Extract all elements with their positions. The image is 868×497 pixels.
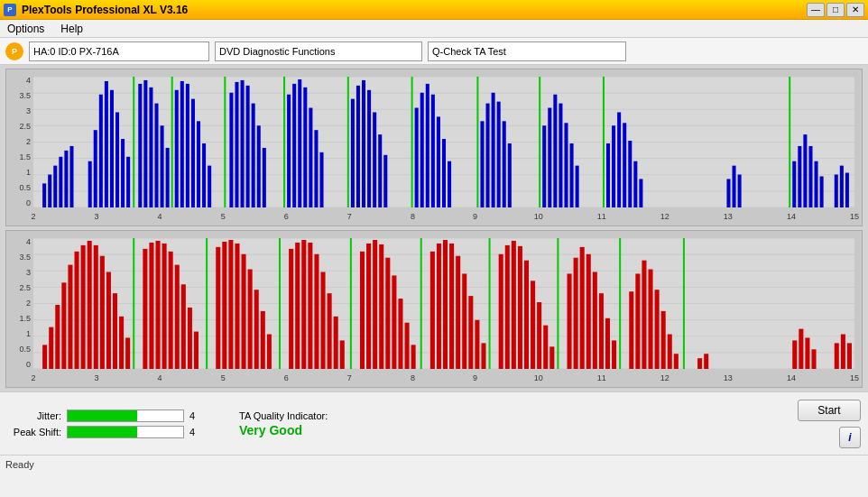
info-button[interactable]: i <box>839 427 861 448</box>
svg-rect-9 <box>42 183 46 207</box>
svg-rect-81 <box>564 123 568 207</box>
svg-rect-101 <box>820 176 824 207</box>
svg-rect-172 <box>443 240 448 369</box>
svg-rect-206 <box>674 354 679 369</box>
svg-rect-13 <box>64 151 68 207</box>
svg-rect-128 <box>125 337 130 369</box>
svg-rect-100 <box>815 161 818 207</box>
bottom-chart: 4 3.5 3 2.5 2 1.5 1 0.5 0 <box>5 230 863 388</box>
svg-rect-181 <box>505 245 510 369</box>
jitter-empty <box>137 410 183 421</box>
svg-rect-77 <box>542 125 546 207</box>
svg-rect-195 <box>599 293 604 369</box>
svg-rect-51 <box>314 130 318 207</box>
top-chart-x-axis: 2 3 4 5 6 7 8 9 10 11 12 13 14 15 <box>33 207 854 225</box>
svg-rect-141 <box>222 242 226 369</box>
svg-rect-103 <box>835 175 838 207</box>
svg-rect-210 <box>792 340 797 369</box>
svg-rect-190 <box>568 273 572 369</box>
svg-rect-25 <box>149 87 152 207</box>
svg-rect-205 <box>668 335 672 369</box>
start-button[interactable]: Start <box>798 400 861 421</box>
drive-select[interactable]: HA:0 ID:0 PX-716A <box>29 41 209 61</box>
svg-rect-63 <box>420 93 424 207</box>
svg-rect-83 <box>576 166 579 207</box>
svg-rect-67 <box>442 139 446 207</box>
svg-rect-19 <box>110 90 114 207</box>
svg-rect-135 <box>175 265 180 369</box>
svg-rect-26 <box>154 104 158 207</box>
svg-rect-208 <box>697 358 702 369</box>
svg-rect-72 <box>492 93 495 207</box>
svg-rect-175 <box>462 273 466 369</box>
svg-rect-130 <box>143 249 147 369</box>
svg-rect-12 <box>59 157 62 207</box>
svg-rect-216 <box>847 343 852 369</box>
svg-rect-201 <box>642 261 646 369</box>
svg-rect-147 <box>261 311 265 369</box>
svg-rect-145 <box>248 270 253 369</box>
svg-rect-34 <box>197 121 200 207</box>
svg-rect-136 <box>181 284 186 369</box>
close-button[interactable]: ✕ <box>846 3 864 17</box>
svg-rect-64 <box>426 84 429 207</box>
svg-rect-56 <box>362 80 365 207</box>
svg-rect-177 <box>475 320 479 369</box>
maximize-button[interactable]: □ <box>826 3 845 17</box>
function-select[interactable]: DVD Diagnostic Functions <box>215 41 422 61</box>
menu-options[interactable]: Options <box>4 21 48 37</box>
svg-rect-171 <box>437 244 441 369</box>
svg-rect-85 <box>606 143 610 207</box>
svg-rect-163 <box>379 244 383 369</box>
svg-rect-200 <box>635 273 640 369</box>
svg-rect-79 <box>553 95 557 207</box>
svg-rect-17 <box>99 95 103 207</box>
svg-rect-50 <box>309 108 312 207</box>
svg-rect-20 <box>115 112 119 207</box>
svg-rect-166 <box>398 299 402 369</box>
svg-rect-183 <box>518 246 522 369</box>
svg-rect-211 <box>799 329 803 369</box>
svg-rect-133 <box>162 244 167 369</box>
svg-rect-91 <box>639 179 642 207</box>
svg-rect-86 <box>612 125 615 207</box>
svg-rect-120 <box>75 252 79 369</box>
test-select[interactable]: Q-Check TA Test <box>428 41 626 61</box>
svg-rect-78 <box>548 108 551 207</box>
svg-rect-186 <box>537 302 541 369</box>
svg-rect-182 <box>512 241 516 369</box>
ta-quality-value: Very Good <box>239 423 302 437</box>
svg-rect-150 <box>289 249 293 369</box>
svg-rect-185 <box>531 281 535 369</box>
svg-rect-70 <box>480 121 484 207</box>
svg-rect-137 <box>188 308 192 369</box>
svg-rect-36 <box>208 166 211 207</box>
svg-rect-124 <box>100 256 105 369</box>
svg-rect-88 <box>623 123 626 207</box>
svg-rect-134 <box>169 252 173 369</box>
svg-rect-42 <box>252 104 255 207</box>
svg-rect-197 <box>612 340 616 369</box>
minimize-button[interactable]: — <box>807 3 825 17</box>
svg-rect-119 <box>68 265 72 369</box>
svg-rect-156 <box>328 293 332 369</box>
svg-rect-68 <box>448 161 451 207</box>
svg-rect-214 <box>835 343 839 369</box>
svg-rect-123 <box>94 245 98 369</box>
top-chart-svg <box>33 77 854 207</box>
svg-rect-193 <box>586 254 591 369</box>
svg-rect-212 <box>805 337 809 369</box>
svg-rect-32 <box>186 84 189 207</box>
menu-help[interactable]: Help <box>57 21 87 37</box>
svg-rect-65 <box>431 95 435 207</box>
svg-rect-31 <box>180 81 184 207</box>
peakshift-fill <box>68 427 137 437</box>
svg-rect-99 <box>808 146 812 207</box>
svg-rect-125 <box>106 272 111 369</box>
svg-rect-180 <box>499 254 503 369</box>
svg-rect-161 <box>366 244 371 369</box>
svg-rect-174 <box>456 256 460 369</box>
svg-rect-43 <box>257 125 261 207</box>
svg-rect-148 <box>267 335 272 369</box>
svg-rect-97 <box>798 146 801 207</box>
